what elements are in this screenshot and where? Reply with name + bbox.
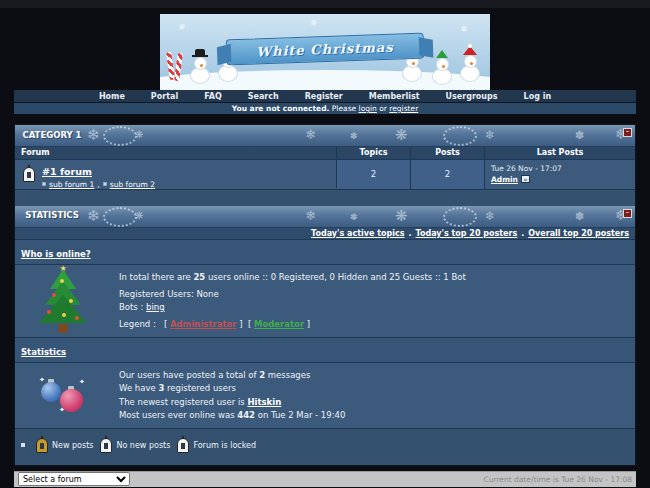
statistics-block-title-row: Statistics	[15, 338, 635, 363]
statistics-block-link[interactable]: Statistics	[21, 347, 66, 357]
online-total-pre: In total there are	[119, 272, 193, 282]
forum-jump-select[interactable]: Select a forum	[18, 472, 130, 486]
connection-conjunction: or	[379, 104, 387, 113]
bracket: ]	[307, 319, 310, 329]
members-pre: We have	[119, 383, 158, 393]
wreath-icon	[103, 207, 137, 227]
login-link[interactable]: login	[359, 104, 377, 113]
bots-label: Bots :	[119, 302, 143, 312]
members-post: registered users	[164, 383, 236, 393]
who-is-online-title-row: Who is online?	[15, 240, 635, 265]
tree-layer	[39, 295, 87, 323]
collapse-category-button[interactable]: -	[623, 128, 632, 137]
subforum-line: sub forum 1 , sub forum 2	[42, 180, 155, 189]
top-posters-today-link[interactable]: Today's top 20 posters	[416, 229, 518, 238]
goto-last-post-icon[interactable]	[521, 175, 530, 183]
legend-no-new-posts: No new posts	[100, 438, 170, 453]
posts-count-cell: 2	[411, 160, 485, 189]
snowman-head	[436, 58, 449, 71]
statistics-header: Statistics ❄ ❋ ❄ ✽ ❋ ❄ ✽ ❄ -	[15, 206, 635, 228]
nav-home[interactable]: Home	[99, 92, 125, 101]
snowflake-icon: ❄	[87, 207, 100, 225]
nav-faq[interactable]: FAQ	[204, 92, 222, 101]
connection-status-text: You are not connected.	[232, 104, 330, 113]
newest-member-line: The newest registered user is Hitskin	[119, 396, 627, 409]
nav-register[interactable]: Register	[305, 92, 343, 101]
forum-cell: #1 forum sub forum 1 , sub forum 2	[15, 160, 337, 188]
bracket: ]	[239, 319, 242, 329]
subforum-bullet-icon	[42, 182, 46, 186]
column-posts: Posts	[411, 147, 485, 159]
snowflake-icon: ❄	[305, 127, 316, 142]
collapse-statistics-button[interactable]: -	[623, 209, 632, 218]
online-total-post: users online :: 0 Registered, 0 Hidden a…	[205, 272, 466, 282]
christmas-tree-icon: ★	[35, 269, 91, 333]
banner-ribbon: White Christmas	[226, 33, 425, 66]
snowflake-icon: ❄	[87, 126, 100, 144]
top-posters-overall-link[interactable]: Overall top 20 posters	[528, 229, 629, 238]
nav-login[interactable]: Log in	[524, 92, 552, 101]
moderator-legend-link[interactable]: Moderator	[254, 319, 304, 329]
banner-title: White Christmas	[256, 39, 394, 59]
spacer	[14, 114, 636, 124]
snowflake-icon: ❋	[395, 207, 408, 225]
legend-new-posts: New posts	[36, 438, 93, 453]
forum-title-block: #1 forum sub forum 1 , sub forum 2	[42, 160, 155, 189]
who-is-online-text: In total there are 25 users online :: 0 …	[111, 265, 635, 338]
statistics-links-row: Today's active topics . Today's top 20 p…	[15, 228, 635, 240]
snowflake-icon: ❄	[460, 24, 468, 34]
wreath-icon	[443, 126, 477, 146]
main-nav: Home Portal FAQ Search Register Memberli…	[14, 90, 636, 102]
subforum-separator: ,	[97, 180, 99, 189]
record-post: on Tue 2 Mar - 19:40	[255, 410, 345, 420]
active-topics-link[interactable]: Today's active topics	[311, 229, 404, 238]
subforum-link-2[interactable]: sub forum 2	[110, 180, 155, 189]
wreath-icon	[103, 126, 137, 146]
who-is-online-link[interactable]: Who is online?	[21, 249, 91, 259]
bracket: [	[248, 319, 251, 329]
snowflake-icon: ❄	[305, 208, 316, 223]
subforum-link-1[interactable]: sub forum 1	[49, 180, 94, 189]
legend-locked: Forum is locked	[177, 438, 256, 453]
register-link[interactable]: register	[389, 104, 418, 113]
members-line: We have 3 registered users	[119, 382, 627, 395]
who-is-online-icon-cell: ★	[15, 265, 111, 338]
topics-count-cell: 2	[337, 160, 411, 189]
administrator-legend-link[interactable]: Administrator	[170, 319, 237, 329]
new-posts-label: New posts	[52, 441, 93, 450]
last-post-author-link[interactable]: Admin	[491, 175, 518, 184]
nav-memberlist[interactable]: Memberlist	[369, 92, 420, 101]
top-hat-icon	[195, 49, 205, 57]
statistics-text: Our users have posted a total of 2 messa…	[111, 363, 635, 428]
nav-search[interactable]: Search	[248, 92, 279, 101]
nav-portal[interactable]: Portal	[151, 92, 178, 101]
bots-line: Bots : bing	[119, 301, 627, 314]
ornament-icon	[62, 313, 66, 317]
newest-member-link[interactable]: Hitskin	[247, 397, 281, 407]
online-total-count: 25	[193, 272, 205, 282]
header-banner-row: ❄ ❄ ❄ White Christmas	[14, 14, 636, 90]
nav-usergroups[interactable]: Usergroups	[446, 92, 498, 101]
new-posts-icon	[36, 438, 48, 453]
newest-pre: The newest registered user is	[119, 397, 247, 407]
bot-link[interactable]: bing	[146, 302, 165, 312]
forum-locked-label: Forum is locked	[193, 441, 256, 450]
forum-link[interactable]: #1 forum	[42, 166, 92, 177]
section-gap	[15, 190, 635, 206]
link-separator: .	[408, 229, 411, 238]
snowman-head	[194, 57, 207, 70]
snowflake-icon: ✽	[575, 129, 584, 142]
registered-users-line: Registered Users: None	[119, 288, 627, 301]
subforum-bullet-icon	[103, 182, 107, 186]
connection-status-bar: You are not connected. Please login or r…	[14, 102, 636, 114]
red-bauble	[60, 389, 83, 412]
connection-prompt: Please	[332, 104, 356, 113]
no-new-posts-icon	[100, 438, 112, 453]
messages-pre: Our users have posted a total of	[119, 370, 259, 380]
forum-status-icon	[23, 167, 35, 182]
messages-post: messages	[265, 370, 310, 380]
snowman-illustration	[432, 50, 452, 85]
snowflake-icon: ❋	[395, 126, 408, 144]
tree-trunk	[59, 324, 68, 333]
snowflake-icon: ✽	[575, 210, 584, 223]
